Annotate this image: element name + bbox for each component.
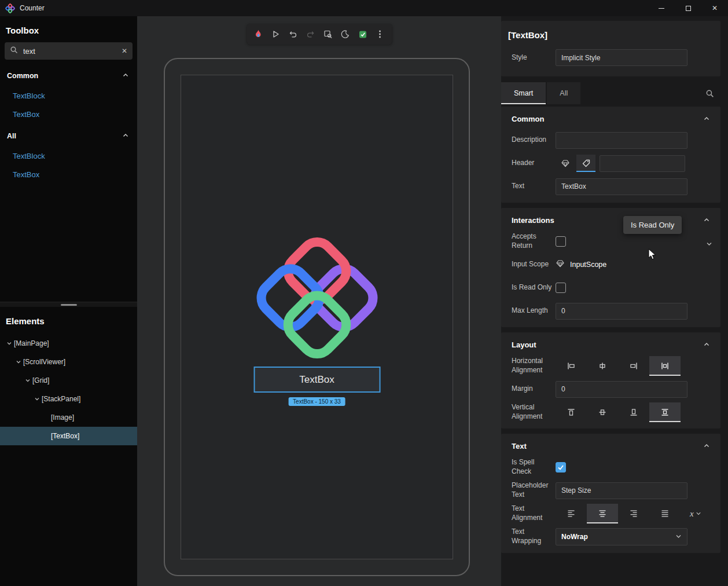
input-scope-value[interactable]: InputScope bbox=[570, 261, 606, 269]
hot-reload-flame-icon[interactable] bbox=[251, 27, 266, 42]
toolbox-section-common[interactable]: Common bbox=[0, 63, 137, 86]
tree-item-mainpage[interactable]: [MainPage] bbox=[0, 334, 137, 353]
toolbox-section-all[interactable]: All bbox=[0, 123, 137, 146]
align-stretch-vertical-icon[interactable] bbox=[649, 402, 681, 422]
tree-item-scrollviewer[interactable]: [ScrollViewer] bbox=[0, 353, 137, 371]
tag-icon[interactable] bbox=[576, 155, 595, 172]
description-label: Description bbox=[512, 135, 556, 145]
header-input[interactable] bbox=[600, 155, 685, 172]
search-icon bbox=[10, 46, 18, 56]
text-input[interactable] bbox=[556, 178, 687, 195]
description-input[interactable] bbox=[556, 132, 687, 149]
section-title: Common bbox=[512, 115, 700, 123]
tree-item-grid[interactable]: [Grid] bbox=[0, 371, 137, 390]
input-scope-label: Input Scope bbox=[512, 260, 556, 269]
section-label: Common bbox=[7, 72, 38, 80]
clear-search-icon[interactable]: ✕ bbox=[122, 47, 127, 55]
chevron-down-icon[interactable] bbox=[5, 340, 14, 346]
chevron-down-icon bbox=[675, 532, 682, 542]
toolbox-search-input[interactable] bbox=[23, 47, 116, 56]
validate-check-icon[interactable] bbox=[355, 27, 370, 42]
vertical-alignment-row: Vertical Alignment bbox=[512, 401, 714, 424]
is-spell-check-row: Is Spell Check bbox=[512, 456, 714, 479]
section-title: Text bbox=[512, 442, 700, 451]
tab-all[interactable]: All bbox=[547, 82, 580, 104]
collapse-chevron-icon[interactable] bbox=[700, 112, 714, 126]
align-center-vertical-icon[interactable] bbox=[587, 402, 618, 422]
text-wrapping-select[interactable]: NoWrap bbox=[556, 528, 687, 545]
section-interactions: Is Read Only Interactions Accepts Return… bbox=[501, 208, 720, 327]
properties-tabs: Smart All bbox=[501, 82, 720, 105]
is-spell-check-checkbox[interactable] bbox=[556, 462, 566, 473]
more-options-icon[interactable] bbox=[372, 27, 388, 42]
panel-splitter[interactable] bbox=[0, 302, 137, 307]
margin-input[interactable] bbox=[556, 381, 687, 398]
device-screen[interactable]: TextBox TextBox - 150 x 33 bbox=[181, 75, 453, 559]
window-title: Counter bbox=[20, 4, 45, 12]
toolbox-item-textbox[interactable]: TextBox bbox=[0, 105, 137, 123]
collapse-chevron-icon[interactable] bbox=[700, 213, 714, 227]
redo-button[interactable] bbox=[303, 27, 318, 42]
text-alignment-advanced[interactable]: x bbox=[690, 508, 701, 519]
align-stretch-horizontal-icon[interactable] bbox=[649, 356, 681, 376]
collapse-chevron-icon[interactable] bbox=[700, 338, 714, 351]
toolbox-item-textblock[interactable]: TextBlock bbox=[0, 146, 137, 165]
chevron-down-icon[interactable] bbox=[32, 396, 42, 402]
section-text: Text Is Spell Check Placeholder Text Tex… bbox=[501, 434, 720, 553]
elements-tree: [MainPage] [ScrollViewer] [Grid] [StackP… bbox=[0, 334, 137, 445]
chevron-up-icon bbox=[122, 71, 129, 81]
tree-item-textbox[interactable]: [TextBox] bbox=[0, 427, 137, 445]
inspect-element-icon[interactable] bbox=[320, 27, 336, 42]
minimize-button[interactable] bbox=[648, 0, 675, 16]
style-label: Style bbox=[508, 53, 556, 63]
align-left-icon[interactable] bbox=[556, 356, 587, 376]
style-input[interactable] bbox=[556, 49, 687, 66]
selection-header-card: [TextBox] Style bbox=[501, 21, 720, 76]
align-top-icon[interactable] bbox=[556, 402, 587, 422]
accepts-return-checkbox[interactable] bbox=[556, 236, 566, 247]
binding-gem-icon[interactable] bbox=[556, 155, 575, 172]
tool-item-label: TextBlock bbox=[13, 152, 45, 160]
toolbox-item-textblock[interactable]: TextBlock bbox=[0, 86, 137, 105]
design-toolbar bbox=[247, 24, 392, 45]
is-read-only-row: Is Read Only bbox=[512, 276, 714, 299]
tree-item-stackpanel[interactable]: [StackPanel] bbox=[0, 390, 137, 408]
tab-smart[interactable]: Smart bbox=[501, 82, 546, 104]
tool-item-label: TextBlock bbox=[13, 91, 45, 100]
expander-chevron-icon[interactable] bbox=[706, 239, 712, 250]
text-wrapping-row: Text Wrapping NoWrap bbox=[512, 525, 714, 548]
text-align-left-icon[interactable] bbox=[556, 504, 587, 523]
selected-textbox-element[interactable]: TextBox bbox=[253, 367, 380, 393]
max-length-input[interactable] bbox=[556, 303, 687, 320]
vertical-alignment-label: Vertical Alignment bbox=[512, 403, 556, 421]
tree-item-image[interactable]: [Image] bbox=[0, 408, 137, 427]
close-button[interactable]: ✕ bbox=[701, 0, 728, 16]
undo-button[interactable] bbox=[285, 27, 301, 42]
chevron-down-icon[interactable] bbox=[23, 378, 32, 383]
play-button[interactable] bbox=[268, 27, 284, 42]
align-bottom-icon[interactable] bbox=[618, 402, 649, 422]
align-right-icon[interactable] bbox=[618, 356, 649, 376]
maximize-button[interactable] bbox=[675, 0, 701, 16]
section-title: Layout bbox=[512, 340, 700, 349]
toolbox-search[interactable]: ✕ bbox=[5, 42, 133, 60]
theme-toggle-icon[interactable] bbox=[337, 27, 353, 42]
section-common: Common Description Header bbox=[501, 107, 720, 203]
chevron-down-icon[interactable] bbox=[14, 359, 23, 365]
description-row: Description bbox=[512, 129, 714, 152]
text-align-right-icon[interactable] bbox=[618, 504, 649, 523]
window-controls: ✕ bbox=[648, 0, 728, 16]
text-wrapping-label: Text Wrapping bbox=[512, 528, 556, 545]
placeholder-text-input[interactable] bbox=[556, 482, 687, 499]
align-center-horizontal-icon[interactable] bbox=[587, 356, 618, 376]
collapse-chevron-icon[interactable] bbox=[700, 439, 714, 453]
is-read-only-checkbox[interactable] bbox=[556, 283, 566, 293]
text-align-justify-icon[interactable] bbox=[649, 504, 681, 523]
properties-search-icon[interactable] bbox=[701, 85, 718, 102]
text-align-center-icon[interactable] bbox=[587, 504, 618, 523]
minimize-icon bbox=[659, 8, 664, 9]
toolbox-item-textbox[interactable]: TextBox bbox=[0, 165, 137, 184]
design-canvas[interactable]: TextBox TextBox - 150 x 33 bbox=[137, 16, 501, 586]
app-logo-image bbox=[252, 233, 382, 365]
binding-gem-icon[interactable] bbox=[556, 259, 565, 270]
